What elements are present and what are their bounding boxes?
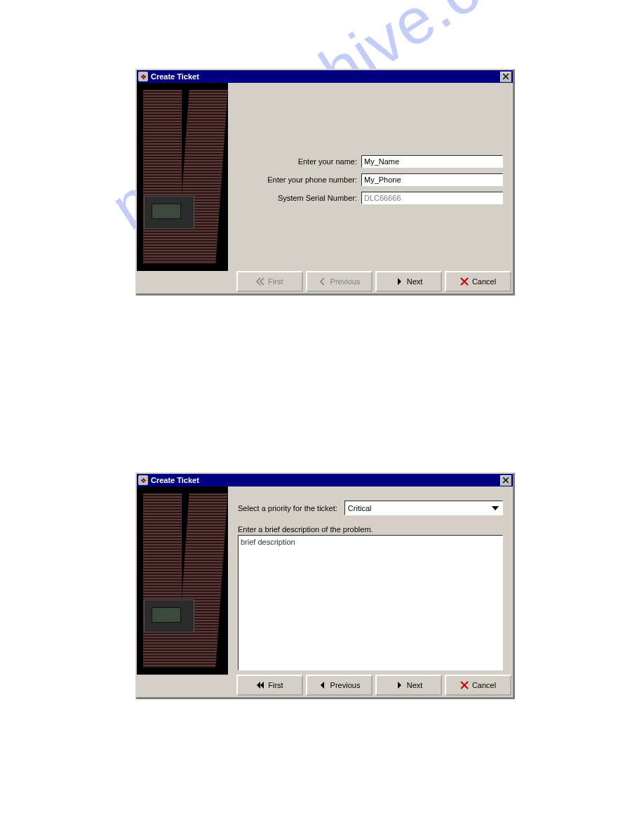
dialog-body: Enter your name: Enter your phone number…: [137, 83, 513, 271]
close-button[interactable]: [500, 72, 511, 82]
priority-label: Select a priority for the ticket:: [238, 504, 337, 512]
phone-label: Enter your phone number:: [238, 176, 361, 184]
description-textarea[interactable]: brief description: [238, 535, 503, 670]
name-input[interactable]: [361, 155, 503, 168]
priority-select[interactable]: Critical: [344, 501, 503, 515]
next-button[interactable]: Next: [375, 271, 442, 292]
cancel-icon: [460, 681, 469, 689]
first-icon: [256, 681, 264, 689]
chevron-down-icon: [490, 502, 501, 514]
name-label: Enter your name:: [238, 157, 361, 166]
previous-button: Previous: [306, 271, 373, 292]
create-ticket-dialog-step2: ❖ Create Ticket Select a priority for th…: [135, 472, 514, 699]
serial-label: System Serial Number:: [238, 194, 361, 202]
wizard-button-row: First Previous Next Cancel: [137, 271, 513, 293]
previous-icon: [318, 277, 327, 286]
previous-button[interactable]: Previous: [306, 675, 373, 696]
cancel-icon: [460, 277, 469, 286]
wizard-button-row: First Previous Next Cancel: [137, 675, 513, 697]
close-icon: [503, 477, 509, 483]
button-row-spacer: [138, 271, 234, 292]
form-area: Enter your name: Enter your phone number…: [228, 83, 513, 271]
window-title: Create Ticket: [151, 476, 500, 484]
next-button-label: Next: [407, 277, 423, 286]
first-icon: [256, 277, 264, 286]
cancel-button[interactable]: Cancel: [445, 271, 511, 292]
app-icon: ❖: [138, 475, 148, 485]
first-button-label: First: [268, 681, 283, 689]
next-button-label: Next: [407, 681, 423, 689]
first-button-label: First: [268, 277, 283, 286]
next-icon: [395, 681, 403, 689]
wizard-side-image: [137, 486, 228, 675]
description-label: Enter a brief description of the problem…: [238, 522, 503, 535]
first-button: First: [236, 271, 303, 292]
cancel-button-label: Cancel: [472, 681, 496, 689]
phone-input[interactable]: [361, 173, 503, 186]
phone-row: Enter your phone number:: [238, 173, 503, 186]
priority-row: Select a priority for the ticket: Critic…: [238, 496, 503, 522]
dialog-body: Select a priority for the ticket: Critic…: [137, 486, 513, 675]
window-title: Create Ticket: [151, 72, 500, 81]
create-ticket-dialog-step1: ❖ Create Ticket Enter your name: Enter y…: [135, 69, 514, 295]
serial-input: [361, 192, 503, 204]
app-icon: ❖: [138, 72, 148, 81]
form-area: Select a priority for the ticket: Critic…: [228, 486, 513, 675]
titlebar[interactable]: ❖ Create Ticket: [137, 70, 513, 83]
cancel-button[interactable]: Cancel: [445, 675, 511, 696]
name-row: Enter your name:: [238, 155, 503, 168]
serial-row: System Serial Number:: [238, 192, 503, 204]
first-button[interactable]: First: [236, 675, 303, 696]
previous-button-label: Previous: [330, 277, 361, 286]
next-button[interactable]: Next: [375, 675, 442, 696]
wizard-side-image: [137, 83, 228, 271]
next-icon: [395, 277, 403, 286]
priority-value: Critical: [348, 504, 372, 512]
close-button[interactable]: [500, 475, 511, 486]
previous-icon: [318, 681, 327, 689]
cancel-button-label: Cancel: [472, 277, 496, 286]
button-row-spacer: [138, 675, 234, 696]
previous-button-label: Previous: [330, 681, 361, 689]
close-icon: [503, 74, 509, 79]
titlebar[interactable]: ❖ Create Ticket: [137, 474, 513, 486]
